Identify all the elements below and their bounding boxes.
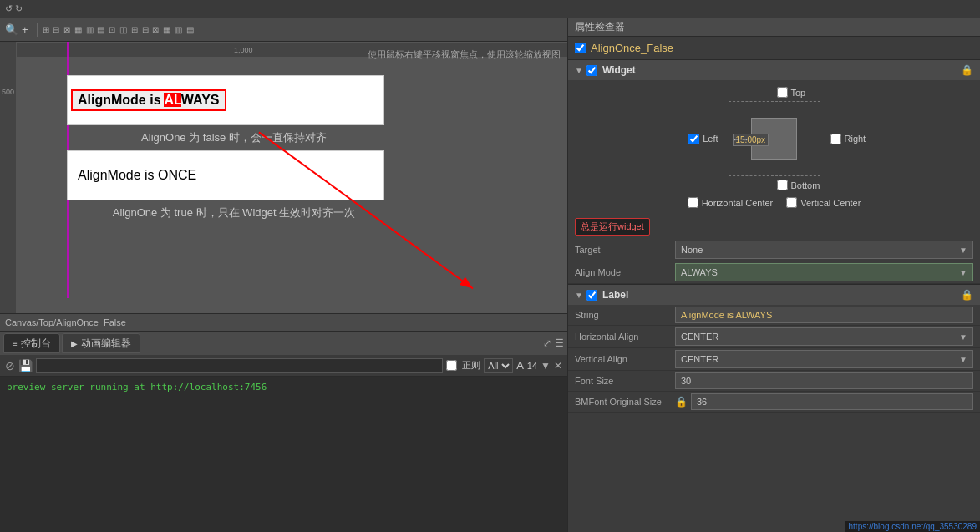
left-checkbox[interactable] [688, 134, 699, 144]
breadcrumb-text: Canvas/Top/AlignOnce_False [5, 317, 126, 327]
v-center-checkbox[interactable] [786, 197, 797, 208]
h-align-label: Horizontal Align [575, 332, 675, 342]
target-dropdown-arrow: ▼ [959, 246, 967, 255]
bottom-checkbox[interactable] [777, 180, 788, 190]
h-center-checkbox[interactable] [688, 197, 698, 208]
bmfont-value[interactable]: 36 [691, 393, 973, 410]
right-align-label[interactable]: Right [830, 134, 889, 144]
zoom-in-icon[interactable]: + [22, 23, 28, 36]
left-label: Left [703, 134, 718, 144]
widget-section-checkbox[interactable] [586, 65, 597, 76]
v-align-label: Vertical Align [575, 354, 675, 364]
top-checkbox[interactable] [777, 87, 788, 98]
scope-select[interactable]: All [484, 358, 513, 373]
label-section-arrow[interactable]: ▼ [575, 291, 583, 300]
bottom-panel: ≡ 控制台 ▶ 动画编辑器 ⤢ ☰ ⊘ 💾 正则 [0, 332, 567, 532]
right-panel-header: 属性检查器 [568, 18, 980, 37]
widget-section-arrow[interactable]: ▼ [575, 66, 583, 75]
canvas-content: AlignMode is ALWAYS AlignOne 为 false 时，会… [67, 75, 401, 225]
v-center-label[interactable]: Vertical Center [786, 197, 861, 208]
string-row: String AlignMode is ALWAYS [568, 305, 980, 326]
h-align-dropdown-arrow: ▼ [959, 332, 967, 342]
desc-text2: AlignOne 为 true 时，只在 Widget 生效时对齐一次 [67, 205, 401, 220]
font-btn[interactable]: A [516, 359, 524, 372]
v-align-value: CENTER [681, 354, 959, 364]
scene-view: 使用鼠标右键平移视窗焦点，使用滚轮缩放视图 500 AlignMode is A… [0, 42, 567, 313]
font-dropdown-icon[interactable]: ▼ [541, 360, 551, 372]
canvas-toolbar: 🔍 + ⊞ ⊟ ⊠ ▦ ▥ ▤ ⊡ ◫ ⊞ ⊟ ⊠ ▦ ▥ ▤ [0, 18, 567, 42]
align-top-row: Top [713, 87, 835, 98]
right-checkbox[interactable] [830, 134, 841, 144]
align-mode-value: ALWAYS [681, 267, 959, 277]
h-align-row: Horizontal Align CENTER ▼ [568, 326, 980, 348]
label-al: AL [164, 93, 180, 107]
h-center-label[interactable]: Horizontal Center [688, 197, 774, 208]
bmfont-lock-icon[interactable]: 🔒 [675, 396, 688, 408]
string-label: String [575, 310, 675, 320]
label-prefix: AlignMode is [78, 93, 164, 107]
widget-label-once: AlignMode is ONCE [78, 168, 196, 183]
align-mode-dropdown-arrow: ▼ [959, 268, 967, 277]
widget-section-header: ▼ Widget 🔒 [568, 60, 980, 80]
bmfont-label: BMFont Original Size [575, 397, 675, 407]
left-ruler: 500 [0, 42, 17, 313]
console-filter-input[interactable] [36, 358, 443, 373]
align-mode-dropdown[interactable]: ALWAYS ▼ [675, 263, 973, 281]
panel-expand-icon[interactable]: ⤢ [543, 337, 551, 349]
bmfont-row: BMFont Original Size 🔒 36 [568, 392, 980, 413]
toolbar-icons: ↺ ↻ [5, 3, 23, 14]
h-center-text: Horizontal Center [702, 198, 774, 208]
h-align-dropdown[interactable]: CENTER ▼ [675, 327, 973, 346]
target-dropdown[interactable]: None ▼ [675, 241, 973, 259]
font-size-value[interactable]: 30 [675, 372, 973, 389]
v-align-dropdown[interactable]: CENTER ▼ [675, 350, 973, 368]
widget-box-always: AlignMode is ALWAYS [67, 75, 384, 125]
console-content: preview server running at http://localho… [0, 377, 567, 532]
desc-text1: AlignOne 为 false 时，会一直保持对齐 [67, 130, 401, 145]
widget-section-lock[interactable]: 🔒 [961, 64, 973, 76]
regex-checkbox[interactable] [446, 360, 457, 371]
string-value[interactable]: AlignMode is ALWAYS [675, 307, 973, 323]
zoom-out-icon[interactable]: 🔍 [5, 23, 18, 36]
widget-label-always: AlignMode is ALWAYS [71, 89, 226, 111]
animation-icon: ▶ [71, 339, 78, 348]
node-active-checkbox[interactable] [575, 43, 586, 53]
hint-text: 使用鼠标右键平移视窗焦点，使用滚轮缩放视图 [368, 48, 561, 61]
hv-checks: Horizontal Center Vertical Center [681, 194, 868, 211]
console-close-icon[interactable]: ✕ [554, 360, 562, 372]
right-panel-title: 属性检查器 [575, 20, 625, 34]
panel-tabs: ≡ 控制台 ▶ 动画编辑器 ⤢ ☰ [0, 332, 567, 355]
label-section-lock[interactable]: 🔒 [961, 289, 973, 301]
tab-console[interactable]: ≡ 控制台 [3, 333, 60, 353]
top-align-label[interactable]: Top [777, 87, 835, 98]
save-console-button[interactable]: 💾 [18, 359, 33, 372]
node-name-row: AlignOnce_False [568, 37, 980, 60]
widget-box-once: AlignMode is ONCE [67, 150, 384, 200]
console-toolbar: ⊘ 💾 正则 All A 14 ▼ ✕ [0, 355, 567, 377]
align-bottom-row: Bottom [713, 180, 835, 190]
breadcrumb: Canvas/Top/AlignOnce_False [0, 313, 567, 332]
bottom-align-label[interactable]: Bottom [777, 180, 835, 190]
font-size-row: Font Size 30 [568, 371, 980, 392]
align-middle-row: Left 15.00px ←→ [660, 101, 889, 176]
label-suffix: WAYS [181, 93, 220, 107]
toolbar-icons-group: ⊞ ⊟ ⊠ ▦ ▥ ▤ ⊡ ◫ ⊞ ⊟ ⊠ ▦ ▥ ▤ [43, 25, 195, 34]
target-row: Target None ▼ [568, 239, 980, 261]
right-panel: 属性检查器 AlignOnce_False ▼ Widget 🔒 [568, 18, 980, 532]
font-size-label: Font Size [575, 376, 675, 386]
tab-console-label: 控制台 [21, 337, 51, 351]
v-align-dropdown-arrow: ▼ [959, 355, 967, 364]
tab-animation[interactable]: ▶ 动画编辑器 [62, 333, 140, 353]
font-size-label: 14 [527, 361, 537, 371]
console-icon: ≡ [13, 339, 18, 348]
widget-section: ▼ Widget 🔒 Top [568, 60, 980, 285]
node-name: AlignOnce_False [591, 42, 673, 54]
left-align-label[interactable]: Left [660, 134, 718, 144]
overlay-note: 总是运行widget [575, 218, 650, 236]
v-center-text: Vertical Center [800, 198, 861, 208]
clear-console-button[interactable]: ⊘ [5, 359, 15, 372]
label-section: ▼ Label 🔒 String AlignMode is ALWAYS Hor… [568, 285, 980, 413]
target-value: None [681, 245, 959, 255]
label-section-checkbox[interactable] [586, 290, 597, 301]
panel-menu-icon[interactable]: ☰ [555, 337, 564, 349]
